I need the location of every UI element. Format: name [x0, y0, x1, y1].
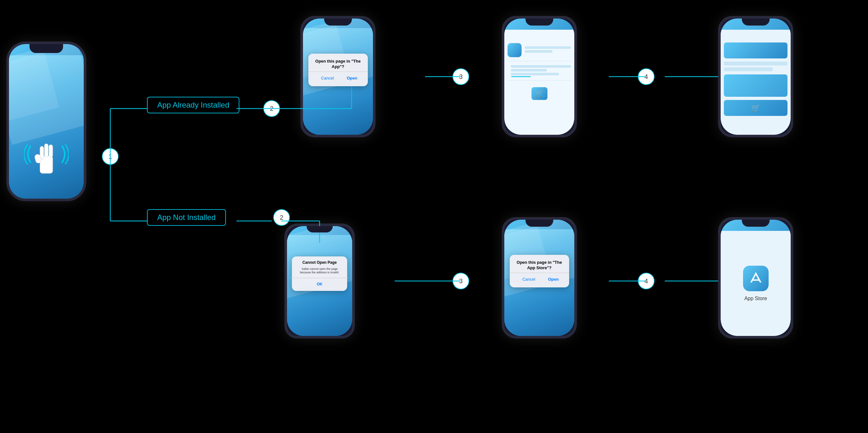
step-1-circle: 1: [102, 148, 119, 165]
phone-notch-b4: [742, 220, 770, 227]
step-3-number: 3: [459, 73, 462, 80]
dialog-open-btn[interactable]: Open: [340, 74, 364, 82]
dialog-open-app-title: Open this page in "The App"?: [314, 59, 361, 70]
phone-notch-t2: [324, 19, 352, 26]
tap-icon: [24, 127, 69, 179]
phone-notch: [29, 44, 63, 53]
branch-not-installed: App Not Installed: [147, 209, 226, 226]
dialog-open-app: Open this page in "The App"? Cancel Open: [308, 54, 368, 86]
step-3-bottom-circle: 3: [453, 273, 469, 289]
svg-rect-20: [44, 144, 48, 157]
step-3-top-circle: 3: [453, 68, 469, 85]
main-phone: [6, 41, 86, 201]
phone-top-4: 🛒: [718, 16, 793, 137]
appstore-label: App Store: [744, 296, 767, 301]
dialog-cannot-open: Cannot Open Page Safari cannot open the …: [292, 257, 347, 291]
phone-bottom-4: App Store: [718, 217, 793, 338]
phone-notch-t4: [742, 19, 770, 26]
step-2-bottom-circle: 2: [273, 209, 290, 226]
phone-bottom-2: Cannot Open Page Safari cannot open the …: [284, 224, 355, 338]
phone-top-3: 🛒: [502, 16, 577, 137]
cannot-open-body: Safari cannot open the page because the …: [297, 267, 342, 275]
step-2-number: 2: [270, 105, 273, 112]
dialog-appstore-title: Open this page in "The App Store"?: [516, 260, 562, 271]
phone-notch-b3: [525, 220, 554, 227]
step-4-number: 4: [644, 73, 648, 80]
app-icon-1: [507, 43, 522, 57]
dialog-cancel-btn[interactable]: Cancel: [314, 74, 340, 82]
dialog-open-appstore: Open this page in "The App Store"? Cance…: [509, 255, 569, 288]
phone-bottom-3: Open this page in "The App Store"? Cance…: [502, 217, 577, 338]
phone-notch-t3: [525, 19, 554, 26]
step-4-top-circle: 4: [638, 68, 654, 85]
appstore-screen: App Store: [721, 231, 790, 336]
step-4-bottom-circle: 4: [638, 273, 654, 289]
cannot-open-title: Cannot Open Page: [297, 260, 342, 265]
step-1-number: 1: [108, 153, 112, 160]
dialog-appstore-open[interactable]: Open: [542, 275, 565, 283]
phone-top-2: Open this page in "The App"? Cancel Open: [301, 16, 375, 137]
cart-icon: 🛒: [531, 87, 548, 100]
svg-rect-21: [49, 145, 53, 158]
phone-notch-b2: [307, 226, 333, 232]
appstore-icon: [743, 266, 769, 291]
dialog-appstore-cancel[interactable]: Cancel: [516, 275, 541, 283]
branch-installed: App Already Installed: [147, 97, 239, 113]
step-2-top-circle: 2: [264, 100, 280, 117]
dialog-ok-btn[interactable]: OK: [310, 281, 329, 288]
